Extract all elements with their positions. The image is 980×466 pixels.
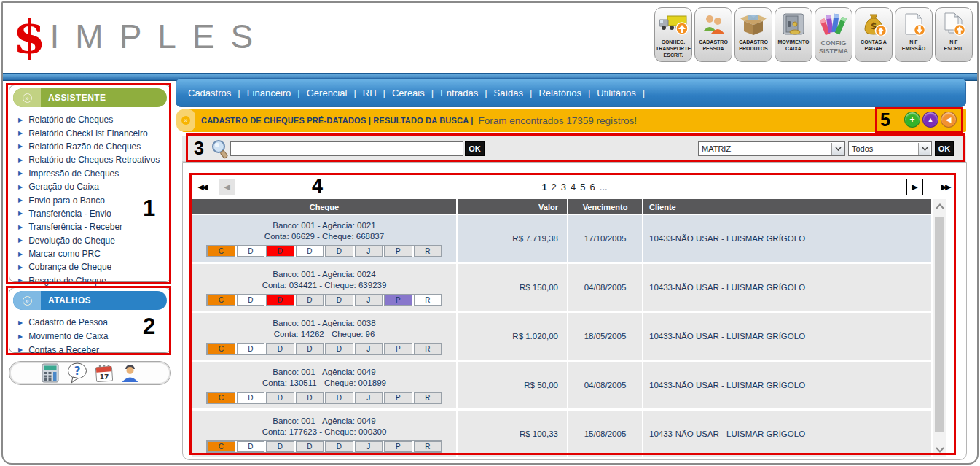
menu-item-gerencial[interactable]: Gerencial [307,88,348,98]
contas-a-pagar-button[interactable]: $ CONTAS A PAGAR [855,7,893,62]
status-j-button[interactable]: J [355,441,383,452]
sidebar-item-movimento-de-caixa[interactable]: ▶Movimento de Caixa [18,330,170,343]
table-row[interactable]: Banco: 001 - Agência: 0049 Conta: 130511… [192,362,931,408]
sidebar-item-cadastro-de-pessoa[interactable]: ▶Cadastro de Pessoa [18,316,170,330]
calendar-icon[interactable]: 17 [95,363,114,383]
sidebar-item-geracao-do-caixa[interactable]: ▶Geração do Caixa [18,180,170,193]
back-button[interactable]: ◀ [941,112,957,128]
page-number-6[interactable]: 6 [590,182,595,193]
add-record-button[interactable]: + [904,112,920,128]
user-icon[interactable] [120,363,140,383]
sidebar-item-relatorio-checklist-financeiro[interactable]: ▶Relatório CheckList Financeiro [18,126,170,139]
status-d-button[interactable]: D [266,343,294,354]
status-d-button[interactable]: D [325,343,353,354]
search-ok-button[interactable]: OK [465,141,485,156]
status-j-button[interactable]: J [355,295,383,306]
conhec-transporte-button[interactable]: CONHEC. TRANSPORTE ESCRIT. [654,7,692,62]
status-j-button[interactable]: J [355,246,383,257]
status-c-button[interactable]: C [207,343,235,354]
status-c-button[interactable]: C [207,246,235,257]
sidebar-item-resgate-de-cheque[interactable]: ▶Resgate de Cheque [18,274,170,287]
search-input[interactable] [230,141,463,156]
last-page-button[interactable]: ▶▶ [938,179,954,195]
vertical-scrollbar[interactable] [933,199,946,457]
status-d-button[interactable]: D [296,343,324,354]
status-c-button[interactable]: C [207,441,235,452]
table-row[interactable]: Banco: 001 - Agência: 0038 Conta: 14262 … [192,313,931,360]
status-j-button[interactable]: J [355,343,383,354]
status-r-button[interactable]: R [414,295,442,306]
menu-item-relatorios[interactable]: Relatórios [538,88,581,98]
status-d-button[interactable]: D [266,246,294,257]
sidebar-item-envio-para-o-banco[interactable]: ▶Envio para o Banco [18,193,170,206]
config-sistema-button[interactable]: CONFIG SISTEMA [815,7,852,62]
status-d-button[interactable]: D [237,441,265,452]
status-r-button[interactable]: R [414,246,442,257]
branch-select[interactable]: MATRIZ [698,141,845,156]
status-d-button[interactable]: D [237,246,265,257]
menu-item-financeiro[interactable]: Financeiro [247,88,291,98]
sidebar-item-transferencia-receber[interactable]: ▶Transferência - Receber [18,220,170,233]
sidebar-item-marcar-como-prc[interactable]: ▶Marcar como PRC [18,247,170,260]
status-d-button[interactable]: D [296,295,324,306]
status-p-button[interactable]: P [384,392,412,403]
sidebar-item-impressao-de-cheques[interactable]: ▶Impressão de Cheques [18,167,170,180]
table-row[interactable]: Banco: 001 - Agência: 0024 Conta: 034421… [192,264,931,311]
scrollbar-thumb[interactable] [935,217,944,432]
status-p-button[interactable]: P [384,295,412,306]
nf-escrit-button[interactable]: N F ESCRIT. [935,7,973,62]
status-c-button[interactable]: C [207,392,235,403]
status-p-button[interactable]: P [384,246,412,257]
sidebar-item-contas-a-receber[interactable]: ▶Contas a Receber [18,343,170,357]
status-d-button[interactable]: D [325,246,353,257]
status-d-button[interactable]: D [237,392,265,403]
sidebar-item-cobranca-de-cheque[interactable]: ▶Cobrança de Cheque [18,260,170,273]
page-number-4[interactable]: 4 [571,182,576,193]
cadastro-pessoa-button[interactable]: CADASTRO PESSOA [694,7,732,62]
status-d-button[interactable]: D [296,392,324,403]
menu-item-utilitarios[interactable]: Utilitários [597,88,635,98]
status-j-button[interactable]: J [355,392,383,403]
status-d-button[interactable]: D [325,392,353,403]
page-number-2[interactable]: 2 [552,182,557,193]
status-p-button[interactable]: P [384,441,412,452]
status-d-button[interactable]: D [237,343,265,354]
scroll-down-icon[interactable] [933,444,946,456]
status-r-button[interactable]: R [414,343,442,354]
sidebar-item-relatorio-de-cheques-retroativos[interactable]: ▶Relatório de Cheques Retroativos [18,153,170,166]
status-d-button[interactable]: D [325,295,353,306]
sidebar-item-transferencia-envio[interactable]: ▶Transferência - Envio [18,207,170,220]
status-d-button[interactable]: D [296,246,324,257]
status-r-button[interactable]: R [414,441,442,452]
table-row[interactable]: Banco: 001 - Agência: 0049 Conta: 177623… [192,411,931,457]
filter-ok-button[interactable]: OK [935,141,954,156]
status-d-button[interactable]: D [296,441,324,452]
calculator-icon[interactable] [41,363,60,383]
menu-item-cadastros[interactable]: Cadastros [188,88,231,98]
page-number-5[interactable]: 5 [580,182,585,193]
cadastro-produtos-button[interactable]: CADASTRO PRODUTOS [734,7,772,62]
menu-item-entradas[interactable]: Entradas [440,88,478,98]
status-d-button[interactable]: D [266,392,294,403]
nf-emissao-button[interactable]: N F EMISSÃO [895,7,933,62]
status-r-button[interactable]: R [414,392,442,403]
status-d-button[interactable]: D [237,295,265,306]
type-select[interactable]: Todos [848,141,932,156]
next-page-button[interactable]: ▶ [906,179,923,195]
menu-item-rh[interactable]: RH [363,88,377,98]
sidebar-item-relatorio-de-cheques[interactable]: ▶Relatório de Cheques [18,113,170,126]
sidebar-item-devolucao-de-cheque[interactable]: ▶Devolução de Cheque [18,234,170,247]
movimento-caixa-button[interactable]: MOVIMENTO CAIXA [775,7,812,62]
page-number-1[interactable]: 1 [541,182,546,193]
status-c-button[interactable]: C [207,295,235,306]
table-row[interactable]: Banco: 001 - Agência: 0021 Conta: 06629 … [192,215,931,262]
status-d-button[interactable]: D [266,295,294,306]
sidebar-item-relatorio-razao-de-cheques[interactable]: ▶Relatório Razão de Cheques [18,140,170,153]
page-number-...[interactable]: ... [600,182,608,193]
menu-item-saidas[interactable]: Saídas [494,88,523,98]
help-icon[interactable]: ? [66,362,88,384]
status-d-button[interactable]: D [325,441,353,452]
up-button[interactable]: ▲ [922,112,938,128]
page-number-3[interactable]: 3 [561,182,566,193]
status-d-button[interactable]: D [266,441,294,452]
